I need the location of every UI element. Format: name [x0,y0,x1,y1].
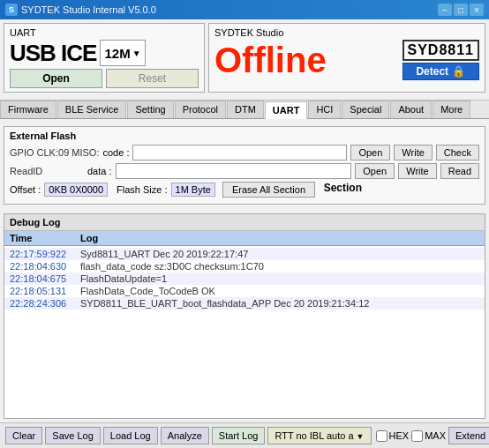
detect-button[interactable]: Detect 🔒 [402,63,480,80]
tab-special[interactable]: Special [342,101,389,118]
log-entry: 22:17:59:922Syd8811_UART Dec 20 2019:22:… [4,248,485,260]
readid-write-button[interactable]: Write [398,163,436,179]
gpio-write-button[interactable]: Write [394,145,432,161]
uart-box: UART USB ICE 12M ▼ Open Reset [4,23,205,93]
reset-button[interactable]: Reset [106,69,199,88]
hex-checkbox[interactable] [376,430,387,442]
app-window: S SYDTEK Studio Internal V5.0.0 − □ × UA… [0,0,489,448]
baud-control[interactable]: 12M ▼ [100,40,145,66]
log-entry: 22:18:04:675FlashDataUpdate=1 [4,273,485,285]
content-area: External Flash GPIO CLK:09 MISO: code : … [0,123,489,422]
title-bar: S SYDTEK Studio Internal V5.0.0 − □ × [0,0,489,19]
app-icon: S [5,4,18,16]
flash-size-value: 1M Byte [171,183,215,197]
log-entry-text: SYD8811_BLE_UART_boot_flashdata_APP Dec … [80,298,369,309]
check-button[interactable]: Check [436,145,479,161]
tab-setting[interactable]: Setting [127,101,173,118]
log-entries: 22:17:59:922Syd8811_UART Dec 20 2019:22:… [4,246,485,418]
title-bar-left: S SYDTEK Studio Internal V5.0.0 [5,4,156,16]
log-entry: 22:18:04:630flash_data_code sz:3D0C chec… [4,260,485,273]
minimize-button[interactable]: − [438,4,452,16]
app-title: SYDTEK Studio Internal V5.0.0 [21,4,156,15]
tab-hci[interactable]: HCI [308,101,341,118]
detect-label: Detect [416,65,448,78]
tab-dtm[interactable]: DTM [227,101,264,118]
load-log-button[interactable]: Load Log [103,427,158,444]
data-label: data : [87,166,112,176]
rtt-label: RTT no IBL auto a [275,430,353,441]
offline-status: Offline [214,42,397,78]
analyze-button[interactable]: Analyze [161,427,209,444]
tab-ble-service[interactable]: BLE Service [57,101,127,118]
log-entry: 22:18:05:131FlashData_Code_ToCodeB OK [4,285,485,297]
rtt-button[interactable]: RTT no IBL auto a ▼ [267,427,371,444]
studio-box: SYDTEK Studio Offline SYD8811 Detect 🔒 [208,23,485,93]
log-entry-text: Syd8811_UART Dec 20 2019:22:17:47 [80,249,248,259]
flash-size-label: Flash Size : [117,184,167,195]
readid-open-button[interactable]: Open [355,163,395,179]
close-button[interactable]: × [470,4,484,16]
syd8811-label: SYD8811 [402,40,480,61]
bottom-toolbar: Clear Save Log Load Log Analyze Start Lo… [0,422,489,448]
uart-main-row: USB ICE 12M ▼ [10,40,199,66]
open-reset-row: Open Reset [10,69,199,88]
open-button[interactable]: Open [10,69,102,88]
save-log-button[interactable]: Save Log [45,427,100,444]
external-flash-box: External Flash GPIO CLK:09 MISO: code : … [4,126,485,205]
log-entry: 22:28:24:306SYD8811_BLE_UART_boot_flashd… [4,297,485,310]
max-label: MAX [425,430,446,441]
top-section: UART USB ICE 12M ▼ Open Reset SYDTEK Stu… [0,19,489,101]
ext-flash-title: External Flash [10,131,479,141]
tab-about[interactable]: About [390,101,432,118]
log-entry-time: 22:28:24:306 [10,298,80,309]
gpio-label: GPIO CLK:09 MISO: [10,147,99,158]
log-entry-text: flash_data_code sz:3D0C checksum:1C70 [80,261,264,272]
baud-value: 12M [104,46,130,61]
data-input[interactable] [116,163,352,179]
offset-label: Offset : [10,184,41,195]
tab-uart[interactable]: UART [265,101,308,119]
gpio-row: GPIO CLK:09 MISO: code : Open Write Chec… [10,145,479,161]
maximize-button[interactable]: □ [454,4,468,16]
code-label: code : [102,147,129,158]
read-button[interactable]: Read [440,163,479,179]
hex-checkbox-label[interactable]: HEX [376,430,410,442]
log-entry-text: FlashDataUpdate=1 [80,273,167,284]
log-log-header: Log [80,233,98,243]
clear-button[interactable]: Clear [5,427,42,444]
erase-all-button[interactable]: Erase All Section [222,182,315,198]
offset-value: 0KB 0X0000 [44,183,108,197]
tab-firmware[interactable]: Firmware [0,101,56,118]
tab-protocol[interactable]: Protocol [175,101,226,118]
log-entry-time: 22:18:05:131 [10,286,80,296]
code-input[interactable] [132,145,347,161]
debug-log-box: Debug Log Time Log 22:17:59:922Syd8811_U… [4,213,485,419]
offset-row: Offset : 0KB 0X0000 Flash Size : 1M Byte… [10,182,479,198]
lock-icon: 🔒 [452,65,465,78]
hex-max-area: HEX MAX [376,430,446,442]
syd-col: SYD8811 Detect 🔒 [402,40,480,80]
tabs-row: FirmwareBLE ServiceSettingProtocolDTMUAR… [0,101,489,119]
tab-more[interactable]: More [433,101,470,118]
extend-button[interactable]: Extend [448,427,489,444]
max-checkbox[interactable] [411,430,423,442]
start-log-button[interactable]: Start Log [212,427,266,444]
log-entry-time: 22:18:04:630 [10,261,80,272]
debug-log-title: Debug Log [4,214,485,231]
section-label: Section [324,182,362,194]
baud-dropdown-icon[interactable]: ▼ [132,49,141,58]
log-entry-time: 22:17:59:922 [10,249,80,259]
log-time-header: Time [10,233,80,243]
uart-label: UART [10,27,199,38]
max-checkbox-label[interactable]: MAX [411,430,446,442]
log-header: Time Log [4,231,485,246]
studio-main-row: Offline SYD8811 Detect 🔒 [214,40,479,80]
gpio-open-button[interactable]: Open [350,145,390,161]
studio-label: SYDTEK Studio [214,27,479,38]
readid-row: ReadID data : Open Write Read [10,163,479,179]
usb-ice-label: USB ICE [10,41,96,64]
rtt-dropdown-icon: ▼ [357,432,365,441]
readid-label: ReadID [10,166,80,176]
log-entry-text: FlashData_Code_ToCodeB OK [80,286,215,296]
log-entry-time: 22:18:04:675 [10,273,80,284]
